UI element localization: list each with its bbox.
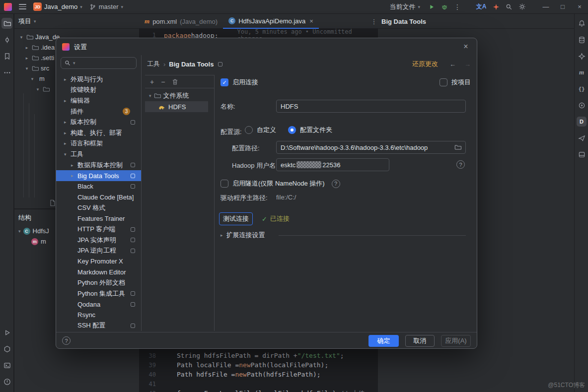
commit-tool-icon[interactable]	[1, 34, 12, 45]
tab-close-icon[interactable]: ×	[309, 17, 313, 25]
connection-item-hdfs[interactable]: HDFS	[145, 101, 208, 112]
tabs-more-icon[interactable]: ⋮	[368, 14, 380, 29]
terminal-tool-icon[interactable]	[1, 360, 12, 371]
dialog-help-icon[interactable]: ?	[62, 336, 71, 345]
settings-tree-item[interactable]: Key Promoter X	[56, 256, 141, 267]
main-menu-icon[interactable]	[19, 4, 26, 9]
translate-icon[interactable]: 文A	[473, 0, 490, 13]
run-configuration-selector[interactable]: 当前文件 ▾	[389, 2, 420, 11]
code-line[interactable]: 38 String hdfsFilePath = dirPath + "/tes…	[139, 351, 377, 360]
layout-tool-icon[interactable]	[576, 149, 587, 160]
run-tool-icon[interactable]	[1, 327, 12, 338]
per-project-checkbox[interactable]	[440, 78, 447, 86]
settings-tree-item[interactable]: Features Trainer	[56, 213, 141, 224]
config-path-input[interactable]: D:\Software\hadoop-3.3.6\hadoop-3.3.6\et…	[276, 141, 466, 154]
project-tree-item[interactable]: ▾ m	[14, 73, 35, 84]
tab-pom-xml[interactable]: m pom.xml (Java_demo)	[139, 14, 223, 29]
settings-tree-item[interactable]: 按键映射	[56, 85, 141, 96]
help-icon[interactable]: ?	[332, 180, 340, 188]
settings-tree-item[interactable]: ▾ 工具	[56, 149, 141, 160]
gradle-tool-icon[interactable]	[576, 100, 587, 111]
settings-tree-item[interactable]: Black	[56, 181, 141, 192]
settings-tree-item[interactable]: CSV 格式	[56, 202, 141, 213]
settings-tree-item[interactable]: ▸ 版本控制	[56, 117, 141, 128]
more-icon[interactable]: ⋮	[451, 0, 464, 13]
delete-icon[interactable]	[172, 78, 178, 85]
publish-tool-icon[interactable]	[576, 132, 587, 143]
settings-gear-icon[interactable]	[515, 0, 528, 13]
revert-changes-link[interactable]: 还原更改	[412, 60, 438, 68]
ai-spark-icon[interactable]	[490, 0, 503, 13]
settings-tree-item[interactable]: SSH 配置	[56, 321, 141, 331]
code-line[interactable]: 42 fs.copyFromLocalFile(localFile, hdfsF…	[139, 389, 377, 392]
remove-connection-icon[interactable]: −	[161, 78, 165, 86]
name-input[interactable]: HDFS	[276, 100, 466, 113]
advanced-settings-toggle[interactable]: ▸ 扩展连接设置	[220, 231, 265, 240]
help-icon[interactable]: ?	[456, 160, 465, 169]
big-data-tools-icon[interactable]: D	[576, 116, 587, 127]
minimize-button[interactable]: —	[537, 0, 554, 14]
settings-search-input[interactable]: ▾	[61, 57, 137, 69]
breadcrumb-root[interactable]: 工具	[147, 60, 160, 68]
dialog-close-icon[interactable]: ×	[460, 41, 472, 53]
tab-hdfsjavaapidemo[interactable]: C HdfsJavaApiDemo.java ×	[223, 14, 319, 29]
project-panel-header[interactable]: 项目 ▾	[18, 14, 36, 29]
code-line[interactable]: 39 Path localFile = new Path(localFilePa…	[139, 360, 377, 370]
structure-braces-icon[interactable]: {}	[576, 83, 587, 94]
settings-tree-item[interactable]: Markdown Editor	[56, 267, 141, 278]
settings-tree-item[interactable]: ▸ Big Data Tools	[56, 170, 141, 181]
search-icon[interactable]	[503, 0, 515, 13]
settings-tree-item[interactable]: ▸ 数据库版本控制	[56, 160, 141, 171]
item-label: JPA 实体声明	[77, 236, 116, 245]
hadoop-user-input[interactable]: esktc 22536	[276, 158, 389, 171]
notifications-icon[interactable]	[576, 18, 587, 29]
settings-tree-item[interactable]: Claude Code [Beta]	[56, 192, 141, 203]
settings-tree-item[interactable]: ▸ 构建、执行、部署	[56, 128, 141, 138]
settings-tree-item[interactable]: JPA 实体声明	[56, 235, 141, 246]
settings-tree-item[interactable]: HTTP 客户端	[56, 224, 141, 235]
forward-icon[interactable]: →	[464, 61, 471, 68]
ok-button[interactable]: 确定	[368, 335, 399, 347]
problems-tool-icon[interactable]	[1, 376, 12, 387]
divider	[214, 75, 215, 331]
browse-folder-icon[interactable]	[454, 144, 461, 151]
connection-group-file-systems[interactable]: ▾ 文件系统	[145, 90, 214, 101]
branch-selector[interactable]: master ▾	[89, 3, 123, 10]
project-tool-icon[interactable]	[1, 18, 12, 29]
run-icon[interactable]	[425, 0, 438, 13]
add-connection-icon[interactable]: +	[150, 78, 154, 86]
enable-tunnel-checkbox[interactable]	[220, 180, 228, 188]
code-line[interactable]: 41	[139, 379, 377, 389]
close-button[interactable]: ×	[571, 0, 588, 14]
settings-tree: ▸ 外观与行为 按键映射 ▸ 编辑器	[56, 74, 141, 331]
debug-icon[interactable]	[438, 0, 451, 13]
settings-tree-item[interactable]: Python 外部文档	[56, 277, 141, 288]
code-line[interactable]: 40 Path hdfsFile = new Path(hdfsFilePath…	[139, 370, 377, 379]
bookmarks-tool-icon[interactable]	[1, 51, 12, 62]
maven-tool-icon[interactable]: m	[576, 67, 587, 78]
more-tools-icon[interactable]	[1, 67, 12, 78]
project-selector[interactable]: JD Java_demo ▾	[33, 2, 82, 11]
enable-connection-checkbox[interactable]: ✓	[220, 78, 228, 86]
settings-tree-item[interactable]: Python 集成工具	[56, 288, 141, 299]
config-folder-radio[interactable]	[288, 126, 296, 134]
custom-radio[interactable]	[245, 126, 253, 134]
structure-method-item[interactable]: m m	[31, 238, 46, 245]
hadoop-user-label: Hadoop 用户名:	[232, 161, 278, 170]
settings-tree-item[interactable]: ▸ 编辑器	[56, 95, 141, 106]
settings-tree-item[interactable]: ▸ 语言和框架	[56, 138, 141, 149]
ai-assistant-icon[interactable]	[576, 51, 587, 62]
maximize-button[interactable]: □	[554, 0, 571, 14]
structure-class-item[interactable]: ▾ C HdfsJ	[18, 227, 49, 235]
tab-label-suffix: (Java_demo)	[180, 18, 218, 25]
cancel-button[interactable]: 取消	[405, 335, 435, 347]
settings-tree-item[interactable]: Qodana	[56, 299, 141, 310]
settings-tree-item[interactable]: ▸ 外观与行为	[56, 74, 141, 85]
settings-tree-item[interactable]: 插件 3	[56, 106, 141, 117]
services-tool-icon[interactable]	[1, 343, 12, 354]
settings-tree-item[interactable]: JPA 逆向工程	[56, 246, 141, 257]
back-icon[interactable]: ←	[449, 61, 456, 68]
enable-connection-row: ✓ 启用连接	[220, 78, 258, 87]
settings-tree-item[interactable]: Rsync	[56, 310, 141, 321]
test-connection-button[interactable]: 测试连接	[219, 212, 253, 225]
